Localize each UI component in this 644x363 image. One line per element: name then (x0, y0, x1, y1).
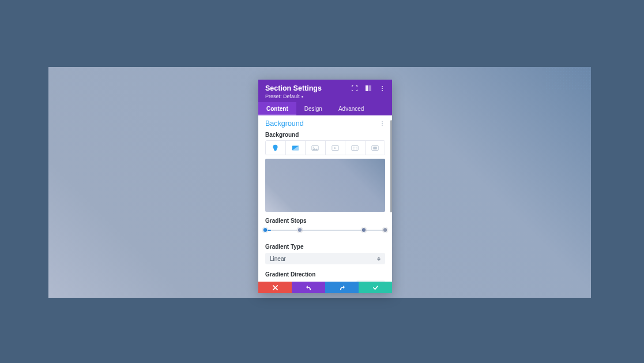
tab-design[interactable]: Design (296, 102, 330, 115)
svg-rect-0 (366, 85, 368, 91)
modal-title: Section Settings (265, 84, 322, 92)
gradient-type-value: Linear (270, 256, 286, 262)
svg-rect-1 (368, 85, 371, 91)
svg-point-12 (356, 148, 356, 149)
svg-point-11 (355, 148, 355, 149)
gradient-direction-row: 225deg (265, 280, 385, 282)
stop-handle-1[interactable] (263, 227, 268, 233)
bg-tab-color[interactable] (266, 141, 286, 155)
svg-point-4 (313, 146, 314, 147)
gradient-stops-label: Gradient Stops (258, 216, 392, 226)
section-more-icon[interactable] (379, 121, 385, 126)
section-title: Background (265, 119, 304, 128)
stop-handle-3[interactable] (361, 227, 366, 233)
direction-input[interactable]: 225deg (356, 280, 385, 282)
scrollbar-thumb[interactable] (390, 120, 392, 212)
redo-button[interactable] (325, 282, 359, 293)
bg-tab-mask[interactable] (366, 141, 385, 155)
save-button[interactable] (359, 282, 392, 293)
section-settings-modal: Section Settings Preset: Default Content… (258, 80, 392, 293)
tab-advanced[interactable]: Advanced (330, 102, 372, 115)
gradient-stops-slider[interactable] (265, 227, 385, 233)
svg-point-8 (355, 147, 355, 147)
background-type-tabs (265, 140, 385, 155)
modal-header: Section Settings Preset: Default (258, 80, 392, 102)
bg-tab-image[interactable] (306, 141, 326, 155)
modal-header-text: Section Settings Preset: Default (265, 84, 322, 99)
modal-body: Background Background (258, 115, 392, 282)
select-caret-icon (377, 257, 381, 261)
snap-icon[interactable] (366, 85, 371, 91)
gradient-type-select[interactable]: Linear (265, 253, 385, 264)
svg-rect-6 (352, 145, 358, 150)
cancel-button[interactable] (258, 282, 292, 293)
tab-content[interactable]: Content (258, 102, 296, 115)
undo-button[interactable] (292, 282, 325, 293)
bg-tab-video[interactable] (326, 141, 346, 155)
decorative-dots (545, 67, 591, 90)
more-icon[interactable] (379, 85, 385, 91)
scrollbar-track[interactable] (390, 115, 392, 282)
svg-point-9 (356, 147, 356, 147)
stops-track (265, 230, 385, 231)
svg-point-10 (353, 148, 354, 149)
svg-point-7 (353, 147, 354, 147)
svg-rect-14 (373, 147, 377, 149)
modal-header-actions (352, 84, 385, 91)
gradient-type-label: Gradient Type (258, 242, 392, 252)
section-header[interactable]: Background (258, 115, 392, 130)
preset-label: Preset: Default (265, 93, 300, 99)
preset-indicator[interactable]: Preset: Default (265, 93, 322, 99)
background-label: Background (258, 130, 392, 140)
gradient-direction-label: Gradient Direction (258, 270, 392, 279)
preset-dot-icon (302, 96, 303, 98)
stop-handle-2[interactable] (297, 227, 303, 233)
bg-tab-pattern[interactable] (345, 141, 366, 155)
bg-tab-gradient[interactable] (286, 141, 306, 155)
modal-tabs: Content Design Advanced (258, 102, 392, 115)
gradient-preview[interactable] (265, 159, 385, 212)
expand-icon[interactable] (352, 85, 357, 91)
stop-handle-4[interactable] (383, 227, 388, 233)
modal-footer (258, 282, 392, 293)
